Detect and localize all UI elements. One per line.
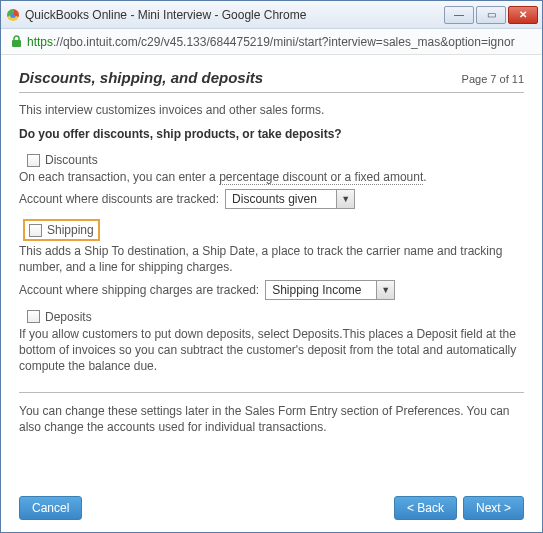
deposits-label: Deposits	[45, 310, 92, 324]
address-bar[interactable]: https://qbo.intuit.com/c29/v45.133/68447…	[1, 29, 542, 55]
footer-note: You can change these settings later in t…	[19, 403, 524, 435]
page-header: Discounts, shipping, and deposits Page 7…	[19, 69, 524, 93]
discounts-checkbox[interactable]	[27, 154, 40, 167]
window-controls: — ▭ ✕	[444, 6, 538, 24]
deposits-checkbox[interactable]	[27, 310, 40, 323]
page-title: Discounts, shipping, and deposits	[19, 69, 263, 86]
maximize-button[interactable]: ▭	[476, 6, 506, 24]
discounts-block: Discounts On each transaction, you can e…	[19, 153, 524, 209]
shipping-label: Shipping	[47, 223, 94, 237]
shipping-account-label: Account where shipping charges are track…	[19, 283, 259, 297]
shipping-account-dropdown[interactable]: Shipping Income ▼	[265, 280, 395, 300]
chrome-icon	[5, 7, 21, 23]
discounts-desc: On each transaction, you can enter a per…	[19, 169, 524, 185]
close-button[interactable]: ✕	[508, 6, 538, 24]
button-row: Cancel < Back Next >	[19, 484, 524, 520]
shipping-checkbox-row[interactable]: Shipping	[23, 219, 100, 241]
shipping-account-row: Account where shipping charges are track…	[19, 280, 524, 300]
shipping-checkbox[interactable]	[29, 224, 42, 237]
svg-rect-2	[12, 40, 21, 47]
deposits-desc: If you allow customers to put down depos…	[19, 326, 524, 375]
cancel-button[interactable]: Cancel	[19, 496, 82, 520]
intro-text: This interview customizes invoices and o…	[19, 103, 524, 117]
lock-icon	[9, 35, 23, 49]
discounts-checkbox-row[interactable]: Discounts	[27, 153, 524, 167]
shipping-account-value: Shipping Income	[266, 283, 376, 297]
next-button[interactable]: Next >	[463, 496, 524, 520]
chevron-down-icon: ▼	[336, 190, 354, 208]
discounts-account-dropdown[interactable]: Discounts given ▼	[225, 189, 355, 209]
titlebar: QuickBooks Online - Mini Interview - Goo…	[1, 1, 542, 29]
window-title: QuickBooks Online - Mini Interview - Goo…	[25, 8, 444, 22]
percentage-link[interactable]: percentage discount or a fixed amount	[219, 170, 423, 185]
discounts-account-value: Discounts given	[226, 192, 336, 206]
page-number: Page 7 of 11	[462, 73, 524, 85]
chevron-down-icon: ▼	[376, 281, 394, 299]
shipping-block: Shipping This adds a Ship To destination…	[19, 219, 524, 299]
back-button[interactable]: < Back	[394, 496, 457, 520]
question-text: Do you offer discounts, ship products, o…	[19, 127, 524, 141]
nav-buttons: < Back Next >	[394, 496, 524, 520]
discounts-account-label: Account where discounts are tracked:	[19, 192, 219, 206]
url-text: https://qbo.intuit.com/c29/v45.133/68447…	[27, 35, 515, 49]
url-scheme: https	[27, 35, 53, 49]
discounts-account-row: Account where discounts are tracked: Dis…	[19, 189, 524, 209]
url-rest: ://qbo.intuit.com/c29/v45.133/684475219/…	[53, 35, 515, 49]
page-content: Discounts, shipping, and deposits Page 7…	[1, 55, 542, 532]
divider	[19, 392, 524, 393]
deposits-block: Deposits If you allow customers to put d…	[19, 310, 524, 375]
shipping-desc: This adds a Ship To destination, a Ship …	[19, 243, 524, 275]
minimize-button[interactable]: —	[444, 6, 474, 24]
browser-window: QuickBooks Online - Mini Interview - Goo…	[0, 0, 543, 533]
deposits-checkbox-row[interactable]: Deposits	[27, 310, 524, 324]
discounts-label: Discounts	[45, 153, 98, 167]
